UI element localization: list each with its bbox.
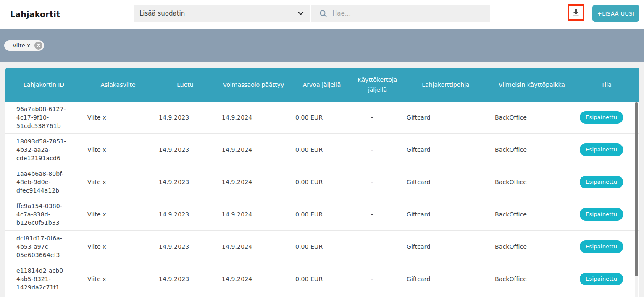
cell-expires: 14.9.2024 <box>217 113 290 122</box>
table-body: 96a7ab08-6127-4c17-9f10-51cdc538761bViit… <box>5 102 639 295</box>
cell-last-use-location: BackOffice <box>490 242 574 251</box>
status-badge: Esipainettu <box>580 240 623 253</box>
cell-value-left: 0.00 EUR <box>290 242 353 251</box>
cell-status: Esipainettu <box>574 143 639 156</box>
cell-value-left: 0.00 EUR <box>290 178 353 186</box>
cell-created: 14.9.2023 <box>154 210 217 219</box>
cell-status: Esipainettu <box>574 208 639 221</box>
cell-uses-left: - <box>353 275 402 283</box>
cell-template: Giftcard <box>402 113 490 122</box>
filter-chip: Viite x <box>4 40 44 51</box>
status-badge: Esipainettu <box>580 111 623 124</box>
table-row[interactable]: 1aa4b6a8-80bf-48eb-9d0e-dfec9144a12bViit… <box>5 166 639 198</box>
cell-uses-left: - <box>353 178 402 186</box>
cell-customer-ref: Viite x <box>82 242 154 251</box>
table-row[interactable]: dcf81d17-0f6a-4b53-a97c-05e603664ef3Viit… <box>5 231 639 263</box>
content-area: Lahjakortin IDAsiakasviiteLuotuVoimassao… <box>0 62 644 297</box>
cell-last-use-location: BackOffice <box>490 210 574 219</box>
cell-created: 14.9.2023 <box>154 113 217 122</box>
page-title: Lahjakortit <box>10 10 60 19</box>
cell-created: 14.9.2023 <box>154 178 217 186</box>
cell-id: dcf81d17-0f6a-4b53-a97c-05e603664ef3 <box>5 234 82 259</box>
cell-uses-left: - <box>353 242 402 251</box>
cell-last-use-location: BackOffice <box>490 275 574 283</box>
column-header: Käyttökertoja jäljellä <box>353 75 402 95</box>
cell-id: e11814d2-acb0-4ab5-8321-1429da2c71f1 <box>5 266 82 292</box>
cell-expires: 14.9.2024 <box>217 242 290 251</box>
column-header: Voimassaolo päättyy <box>217 80 290 90</box>
table-row[interactable]: e11814d2-acb0-4ab5-8321-1429da2c71f1Viit… <box>5 263 639 295</box>
cell-last-use-location: BackOffice <box>490 113 574 122</box>
table-row[interactable]: 96a7ab08-6127-4c17-9f10-51cdc538761bViit… <box>5 102 639 134</box>
cell-template: Giftcard <box>402 178 490 186</box>
column-header: Lahjakorttipohja <box>402 80 490 90</box>
column-header: Arvoa jäljellä <box>290 80 353 90</box>
table-row[interactable]: ffc9a154-0380-4c7a-838d-b126c0f51b33Viit… <box>5 198 639 231</box>
cell-last-use-location: BackOffice <box>490 178 574 186</box>
search-input[interactable] <box>332 10 485 17</box>
close-icon[interactable] <box>34 42 42 50</box>
column-header: Luotu <box>154 80 217 90</box>
vertical-scrollbar[interactable] <box>635 102 638 297</box>
filter-chip-label: Viite x <box>13 42 30 49</box>
cell-status: Esipainettu <box>574 273 639 285</box>
cell-created: 14.9.2023 <box>154 242 217 251</box>
cell-expires: 14.9.2024 <box>217 146 290 154</box>
cell-id: 18093d58-7851-4b32-aa2a-cde12191acd6 <box>5 137 82 162</box>
column-header: Lahjakortin ID <box>5 80 82 90</box>
cell-value-left: 0.00 EUR <box>290 146 353 154</box>
cell-created: 14.9.2023 <box>154 275 217 283</box>
cell-customer-ref: Viite x <box>82 210 154 219</box>
add-filter-select[interactable]: Lisää suodatin <box>134 5 310 22</box>
cell-value-left: 0.00 EUR <box>290 275 353 283</box>
status-badge: Esipainettu <box>580 143 623 156</box>
cell-expires: 14.9.2024 <box>217 178 290 186</box>
chevron-down-icon <box>297 10 304 17</box>
cell-template: Giftcard <box>402 210 490 219</box>
cell-id: 1aa4b6a8-80bf-48eb-9d0e-dfec9144a12b <box>5 169 82 195</box>
download-button[interactable] <box>568 4 584 21</box>
cell-id: 96a7ab08-6127-4c17-9f10-51cdc538761b <box>5 105 82 130</box>
active-filters-bar: Viite x <box>0 29 644 62</box>
cell-expires: 14.9.2024 <box>217 275 290 283</box>
top-bar: Lahjakortit Lisää suodatin +LISÄÄ UUSI <box>0 0 644 29</box>
cell-template: Giftcard <box>402 146 490 154</box>
status-badge: Esipainettu <box>580 273 623 285</box>
cell-template: Giftcard <box>402 275 490 283</box>
status-badge: Esipainettu <box>580 208 623 221</box>
column-header: Viimeisin käyttöpaikka <box>490 80 574 90</box>
cell-status: Esipainettu <box>574 240 639 253</box>
cell-value-left: 0.00 EUR <box>290 210 353 219</box>
download-icon <box>572 8 580 17</box>
cell-status: Esipainettu <box>574 111 639 124</box>
cell-id: ffc9a154-0380-4c7a-838d-b126c0f51b33 <box>5 202 82 227</box>
cell-status: Esipainettu <box>574 176 639 188</box>
cell-customer-ref: Viite x <box>82 178 154 186</box>
cell-created: 14.9.2023 <box>154 146 217 154</box>
cell-uses-left: - <box>353 146 402 154</box>
add-new-button[interactable]: +LISÄÄ UUSI <box>592 5 639 22</box>
column-header: Asiakasviite <box>82 80 154 90</box>
cell-uses-left: - <box>353 113 402 122</box>
cell-customer-ref: Viite x <box>82 113 154 122</box>
status-badge: Esipainettu <box>580 176 623 188</box>
cell-uses-left: - <box>353 210 402 219</box>
filter-search-group: Lisää suodatin <box>134 5 490 22</box>
giftcards-table: Lahjakortin IDAsiakasviiteLuotuVoimassao… <box>5 68 639 297</box>
cell-template: Giftcard <box>402 242 490 251</box>
cell-customer-ref: Viite x <box>82 146 154 154</box>
cell-value-left: 0.00 EUR <box>290 113 353 122</box>
column-header: Tila <box>574 80 639 90</box>
scrollbar-thumb[interactable] <box>635 102 638 276</box>
search-box[interactable] <box>311 5 490 22</box>
cell-expires: 14.9.2024 <box>217 210 290 219</box>
add-filter-select-value: Lisää suodatin <box>139 10 297 17</box>
cell-customer-ref: Viite x <box>82 275 154 283</box>
search-icon <box>319 10 327 18</box>
table-header-row: Lahjakortin IDAsiakasviiteLuotuVoimassao… <box>5 68 639 102</box>
table-row[interactable]: 18093d58-7851-4b32-aa2a-cde12191acd6Viit… <box>5 134 639 166</box>
cell-last-use-location: BackOffice <box>490 146 574 154</box>
